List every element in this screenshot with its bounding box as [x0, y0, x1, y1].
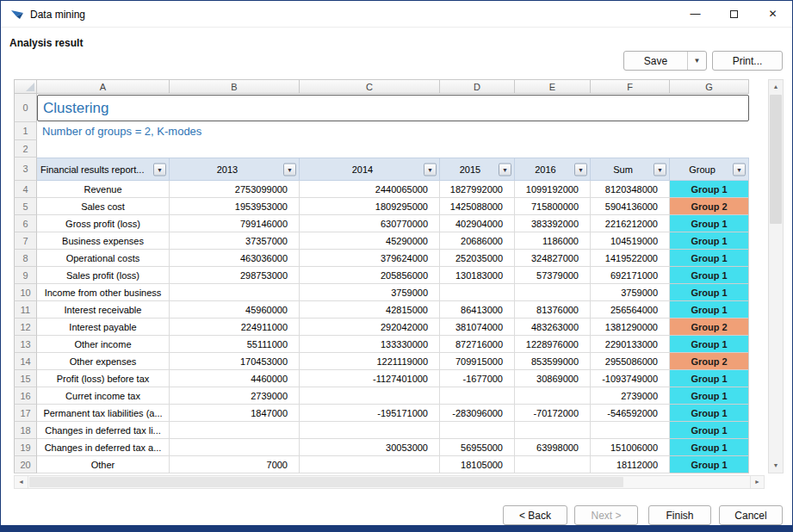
row-number[interactable]: 20 — [14, 456, 37, 473]
row-number[interactable]: 7 — [14, 232, 37, 250]
row-number[interactable]: 1 — [14, 122, 37, 140]
header-cell-group[interactable]: Group ▼ — [670, 158, 749, 181]
indicator-cell[interactable]: Other income — [37, 336, 170, 353]
value-cell[interactable]: 2753099000 — [170, 181, 300, 198]
value-cell[interactable]: 55111000 — [170, 336, 300, 353]
filter-dropdown-button[interactable]: ▼ — [283, 163, 296, 176]
value-cell[interactable]: -1127401000 — [300, 370, 440, 387]
value-cell[interactable]: 402904000 — [440, 215, 515, 232]
close-button[interactable]: ✕ — [753, 1, 792, 27]
value-cell[interactable] — [170, 439, 300, 456]
value-cell[interactable] — [440, 422, 515, 439]
row-number[interactable]: 3 — [14, 158, 37, 181]
value-cell[interactable]: 1827992000 — [440, 181, 515, 198]
value-cell[interactable]: 1425088000 — [440, 198, 515, 215]
next-button[interactable]: Next > — [574, 505, 638, 525]
empty-cell[interactable] — [37, 140, 749, 158]
print-button[interactable]: Print... — [712, 51, 783, 71]
value-cell[interactable]: 30053000 — [300, 439, 440, 456]
scroll-right-button[interactable]: ► — [750, 476, 764, 488]
filter-dropdown-button[interactable]: ▼ — [153, 163, 166, 176]
row-number[interactable]: 14 — [14, 353, 37, 370]
indicator-cell[interactable]: Changes in deferred tax a... — [37, 439, 170, 456]
header-cell-2015[interactable]: 2015 ▼ — [440, 158, 515, 181]
column-header-g[interactable]: G — [670, 79, 749, 94]
save-button-label[interactable]: Save — [624, 55, 687, 67]
value-cell[interactable]: 630770000 — [300, 215, 440, 232]
indicator-cell[interactable]: Sales profit (loss) — [37, 267, 170, 284]
indicator-cell[interactable]: Interest payable — [37, 319, 170, 336]
value-cell[interactable]: 1228976000 — [515, 336, 591, 353]
value-cell[interactable]: 715800000 — [515, 198, 591, 215]
value-cell[interactable] — [515, 456, 591, 473]
value-cell[interactable]: 1186000 — [515, 232, 591, 250]
indicator-cell[interactable]: Income from other business — [37, 284, 170, 301]
column-header-c[interactable]: C — [300, 79, 440, 94]
row-number[interactable]: 16 — [14, 387, 37, 405]
value-cell[interactable] — [440, 387, 515, 405]
row-number[interactable]: 19 — [14, 439, 37, 456]
group-cell[interactable]: Group 1 — [670, 439, 749, 456]
value-cell[interactable]: 8120348000 — [591, 181, 670, 198]
column-header-d[interactable]: D — [440, 79, 515, 94]
row-number[interactable]: 17 — [14, 405, 37, 422]
value-cell[interactable]: 18105000 — [440, 456, 515, 473]
maximize-button[interactable] — [715, 1, 753, 27]
chevron-down-icon[interactable]: ▼ — [688, 57, 706, 65]
row-number[interactable]: 9 — [14, 267, 37, 284]
row-number[interactable]: 13 — [14, 336, 37, 353]
filter-dropdown-button[interactable]: ▼ — [424, 163, 437, 176]
value-cell[interactable]: 252035000 — [440, 250, 515, 267]
group-cell[interactable]: Group 1 — [670, 422, 749, 439]
value-cell[interactable]: 2739000 — [591, 387, 670, 405]
indicator-cell[interactable]: Business expenses — [37, 232, 170, 250]
header-cell-sum[interactable]: Sum ▼ — [591, 158, 670, 181]
value-cell[interactable]: 1847000 — [170, 405, 300, 422]
value-cell[interactable]: 30869000 — [515, 370, 591, 387]
group-cell[interactable]: Group 1 — [670, 181, 749, 198]
row-number[interactable]: 2 — [14, 140, 37, 158]
value-cell[interactable]: -1677000 — [440, 370, 515, 387]
vertical-scrollbar[interactable]: ▲ ▼ — [768, 79, 784, 473]
column-header-b[interactable]: B — [170, 79, 300, 94]
scroll-down-button[interactable]: ▼ — [769, 459, 783, 473]
group-cell[interactable]: Group 1 — [670, 267, 749, 284]
filter-dropdown-button[interactable]: ▼ — [654, 163, 666, 176]
row-number[interactable]: 8 — [14, 250, 37, 267]
group-cell[interactable]: Group 1 — [670, 387, 749, 405]
value-cell[interactable]: 42815000 — [300, 301, 440, 319]
value-cell[interactable]: -1093749000 — [591, 370, 670, 387]
group-cell[interactable]: Group 2 — [670, 319, 749, 336]
value-cell[interactable]: 3759000 — [591, 284, 670, 301]
value-cell[interactable] — [170, 422, 300, 439]
value-cell[interactable]: 81376000 — [515, 301, 591, 319]
indicator-cell[interactable]: Other expenses — [37, 353, 170, 370]
value-cell[interactable]: 1809295000 — [300, 198, 440, 215]
row-number[interactable]: 18 — [14, 422, 37, 439]
value-cell[interactable]: 2216212000 — [591, 215, 670, 232]
row-number[interactable]: 10 — [14, 284, 37, 301]
value-cell[interactable] — [440, 284, 515, 301]
value-cell[interactable]: 1381290000 — [591, 319, 670, 336]
value-cell[interactable]: 151006000 — [591, 439, 670, 456]
value-cell[interactable]: 2440065000 — [300, 181, 440, 198]
group-cell[interactable]: Group 1 — [670, 456, 749, 473]
value-cell[interactable]: 5904136000 — [591, 198, 670, 215]
group-cell[interactable]: Group 2 — [670, 353, 749, 370]
value-cell[interactable]: 1221119000 — [300, 353, 440, 370]
cancel-button[interactable]: Cancel — [719, 505, 783, 525]
value-cell[interactable]: 256564000 — [591, 301, 670, 319]
value-cell[interactable]: 86413000 — [440, 301, 515, 319]
value-cell[interactable]: 205856000 — [300, 267, 440, 284]
value-cell[interactable]: 692171000 — [591, 267, 670, 284]
value-cell[interactable] — [300, 387, 440, 405]
row-number[interactable]: 4 — [14, 181, 37, 198]
value-cell[interactable]: 18112000 — [591, 456, 670, 473]
indicator-cell[interactable]: Revenue — [37, 181, 170, 198]
value-cell[interactable]: 1953953000 — [170, 198, 300, 215]
group-cell[interactable]: Group 1 — [670, 250, 749, 267]
value-cell[interactable] — [170, 284, 300, 301]
finish-button[interactable]: Finish — [648, 505, 711, 525]
value-cell[interactable]: 7000 — [170, 456, 300, 473]
group-cell[interactable]: Group 1 — [670, 301, 749, 319]
